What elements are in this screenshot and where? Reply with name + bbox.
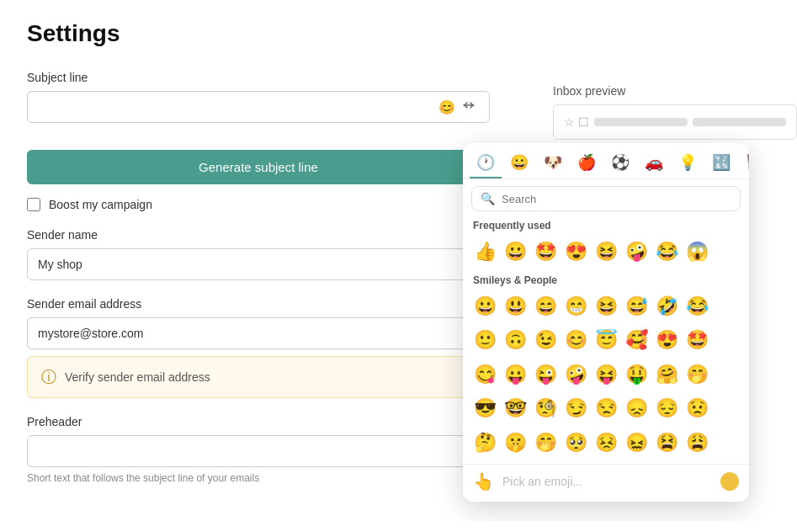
emoji-s23[interactable]: 🤗 <box>651 359 682 391</box>
checkbox-icon: ☐ <box>578 115 589 129</box>
emoji-grin[interactable]: 😀 <box>500 237 530 268</box>
emoji-s28[interactable]: 😏 <box>561 393 591 424</box>
subject-line-input-container: 😊 <box>27 91 490 123</box>
emoji-s27[interactable]: 🧐 <box>530 393 561 424</box>
emoji-s18[interactable]: 😛 <box>500 359 530 391</box>
emoji-s6[interactable]: 😅 <box>621 291 651 322</box>
emoji-s37[interactable]: 😣 <box>591 428 621 459</box>
emoji-s35[interactable]: 🤭 <box>530 428 561 459</box>
smileys-grid-row3: 😋 😛 😜 🤪 😝 🤑 🤗 🤭 <box>463 358 749 392</box>
emoji-search-container: 🔍 <box>471 186 741 211</box>
emoji-s20[interactable]: 🤪 <box>561 359 591 391</box>
emoji-tab-recent[interactable]: 🕐 <box>470 148 502 178</box>
emoji-tab-symbols[interactable]: 🔣 <box>705 148 737 178</box>
emoji-s11[interactable]: 😉 <box>530 325 561 356</box>
emoji-footer: 👆 Pick an emoji... <box>463 464 749 495</box>
emoji-thumbsup[interactable]: 👍 <box>470 237 500 268</box>
emoji-starstruck[interactable]: 🤩 <box>530 237 561 268</box>
frequently-used-label: Frequently used <box>463 215 749 235</box>
emoji-grinning-squint[interactable]: 😆 <box>591 237 621 268</box>
emoji-s8[interactable]: 😂 <box>682 291 712 322</box>
emoji-s1[interactable]: 😀 <box>470 291 500 322</box>
smileys-grid-row5: 🤔 🤫 🤭 🥺 😣 😖 😫 😩 <box>463 426 749 460</box>
emoji-s21[interactable]: 😝 <box>591 359 621 391</box>
inbox-preview-box: ☆ ☐ <box>553 104 797 140</box>
emoji-s16[interactable]: 🤩 <box>682 325 712 356</box>
emoji-s19[interactable]: 😜 <box>530 359 561 391</box>
emoji-footer-hand-icon: 👆 <box>473 471 494 492</box>
emoji-s38[interactable]: 😖 <box>621 428 651 459</box>
resize-icon-button[interactable] <box>459 98 479 115</box>
inbox-preview-row: ☆ ☐ <box>564 115 786 129</box>
emoji-s9[interactable]: 🙂 <box>470 325 500 356</box>
emoji-tab-travel[interactable]: 🚗 <box>638 148 670 178</box>
emoji-scream[interactable]: 😱 <box>682 237 712 268</box>
emoji-tab-activities[interactable]: ⚽ <box>604 148 636 178</box>
sender-email-input[interactable] <box>27 317 490 349</box>
inbox-bar-short <box>693 118 786 126</box>
emoji-s39[interactable]: 😫 <box>651 428 682 459</box>
inbox-preview-panel: Inbox preview ☆ ☐ <box>553 84 797 140</box>
emoji-s7[interactable]: 🤣 <box>651 291 682 322</box>
emoji-s29[interactable]: 😒 <box>591 393 621 424</box>
emoji-s10[interactable]: 🙃 <box>500 325 530 356</box>
emoji-tab-flags[interactable]: 🚩 <box>739 148 749 178</box>
emoji-s5[interactable]: 😆 <box>591 291 621 322</box>
emoji-tab-objects[interactable]: 💡 <box>672 148 704 178</box>
emoji-s33[interactable]: 🤔 <box>470 428 500 459</box>
star-icon: ☆ <box>564 115 575 129</box>
emoji-tab-smileys[interactable]: 😀 <box>503 148 535 178</box>
emoji-s26[interactable]: 🤓 <box>500 393 530 424</box>
inbox-preview-label: Inbox preview <box>553 84 797 98</box>
verify-email-warning: ⓘ Verify sender email address <box>27 356 490 398</box>
emoji-s32[interactable]: 😟 <box>682 393 712 424</box>
emoji-s12[interactable]: 😊 <box>561 325 591 356</box>
inbox-preview-icons: ☆ ☐ <box>564 115 589 129</box>
subject-line-input[interactable] <box>38 100 435 114</box>
verify-warning-text: Verify sender email address <box>65 370 210 384</box>
smileys-grid-row4: 😎 🤓 🧐 😏 😒 😞 😔 😟 <box>463 391 749 426</box>
emoji-s30[interactable]: 😞 <box>621 393 651 424</box>
emoji-s4[interactable]: 😁 <box>561 291 591 322</box>
emoji-tab-animals[interactable]: 🐶 <box>537 148 569 178</box>
emoji-s22[interactable]: 🤑 <box>621 359 651 391</box>
emoji-s31[interactable]: 😔 <box>651 393 682 424</box>
emoji-s14[interactable]: 🥰 <box>621 325 651 356</box>
search-icon: 🔍 <box>481 192 495 205</box>
emoji-s24[interactable]: 🤭 <box>682 359 712 391</box>
emoji-icon-button[interactable]: 😊 <box>435 99 459 115</box>
sender-name-input[interactable] <box>27 248 490 280</box>
emoji-rofl[interactable]: 😂 <box>651 237 682 268</box>
emoji-s25[interactable]: 😎 <box>470 393 500 424</box>
emoji-heartseyes[interactable]: 😍 <box>561 237 591 268</box>
generate-subject-line-button[interactable]: Generate subject line <box>27 150 490 184</box>
emoji-s3[interactable]: 😄 <box>530 291 561 322</box>
boost-campaign-checkbox[interactable] <box>27 198 40 211</box>
preheader-input[interactable] <box>27 435 490 467</box>
emoji-s13[interactable]: 😇 <box>591 325 621 356</box>
emoji-tabs: 🕐 😀 🐶 🍎 ⚽ 🚗 💡 🔣 🚩 <box>463 143 749 179</box>
emoji-picker: 🕐 😀 🐶 🍎 ⚽ 🚗 💡 🔣 🚩 🔍 Frequently used 👍 😀 … <box>463 143 749 502</box>
emoji-zany[interactable]: 🤪 <box>621 237 651 268</box>
emoji-s15[interactable]: 😍 <box>651 325 682 356</box>
emoji-footer-placeholder: Pick an emoji... <box>502 475 712 488</box>
inbox-bar-long <box>594 118 688 126</box>
frequently-used-grid: 👍 😀 🤩 😍 😆 🤪 😂 😱 <box>463 235 749 269</box>
smileys-grid-row2: 🙂 🙃 😉 😊 😇 🥰 😍 🤩 <box>463 323 749 358</box>
smileys-grid-row1: 😀 😃 😄 😁 😆 😅 🤣 😂 <box>463 290 749 324</box>
smileys-label: Smileys & People <box>463 269 749 290</box>
subject-line-label: Subject line <box>27 71 770 84</box>
emoji-s34[interactable]: 🤫 <box>500 428 530 459</box>
emoji-s2[interactable]: 😃 <box>500 291 530 322</box>
boost-campaign-label: Boost my campaign <box>49 198 152 211</box>
emoji-s40[interactable]: 😩 <box>682 428 712 459</box>
emoji-skin-tone-selector[interactable] <box>720 472 739 491</box>
emoji-s17[interactable]: 😋 <box>470 359 500 391</box>
page-title: Settings <box>27 20 770 47</box>
emoji-tab-food[interactable]: 🍎 <box>571 148 603 178</box>
emoji-search-input[interactable] <box>502 193 731 205</box>
emoji-s36[interactable]: 🥺 <box>561 428 591 459</box>
warning-icon: ⓘ <box>41 367 56 387</box>
